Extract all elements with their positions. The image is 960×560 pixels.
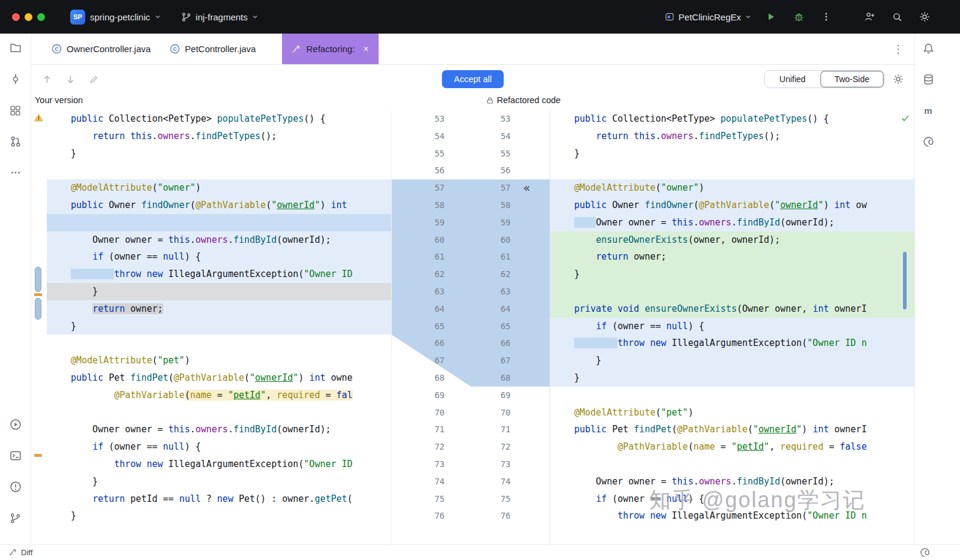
- code-line[interactable]: [550, 162, 914, 179]
- gutter-line: 5757«: [392, 179, 550, 197]
- minimize-window-button[interactable]: [25, 13, 32, 21]
- code-line[interactable]: return petId == null ? new Pet() : owner…: [47, 490, 391, 508]
- unified-view-button[interactable]: Unified: [765, 71, 820, 88]
- code-line[interactable]: return this.owners.findPetTypes();: [550, 128, 914, 145]
- code-line[interactable]: [47, 335, 391, 352]
- change-marker-bar[interactable]: [35, 267, 41, 292]
- code-line[interactable]: }: [550, 145, 914, 162]
- code-line[interactable]: public Collection<PetType> populatePetTy…: [550, 110, 914, 128]
- code-line[interactable]: Owner owner = this.owners.findById(owner…: [550, 473, 914, 490]
- close-tab-icon[interactable]: ×: [363, 44, 368, 54]
- edit-button[interactable]: [89, 74, 99, 85]
- code-line[interactable]: [550, 456, 914, 473]
- code-line[interactable]: ensureOwnerExists(owner, ownerId);: [550, 231, 914, 249]
- gutter-line: 7171: [392, 421, 550, 438]
- code-line[interactable]: return owner;: [47, 300, 391, 318]
- accept-all-button[interactable]: Accept all: [442, 70, 504, 88]
- problems-tool-button[interactable]: [8, 480, 23, 494]
- code-line[interactable]: @ModelAttribute("owner"): [550, 179, 914, 197]
- code-with-me-button[interactable]: [862, 9, 877, 25]
- code-line[interactable]: public Owner findOwner(@PathVariable("ow…: [550, 197, 914, 214]
- code-line[interactable]: return owner;: [550, 248, 914, 266]
- code-line[interactable]: private void ensureOwnerExists(Owner own…: [550, 300, 914, 318]
- two-side-view-button[interactable]: Two-Side: [820, 71, 884, 88]
- diff-body: public Collection<PetType> populatePetTy…: [31, 110, 914, 544]
- modified-marker-tick[interactable]: [34, 454, 42, 457]
- code-line[interactable]: @ModelAttribute("pet"): [47, 352, 391, 369]
- code-line[interactable]: Owner owner = this.owners.findById(owner…: [47, 231, 391, 249]
- code-line[interactable]: public Owner findOwner(@PathVariable("ow…: [47, 197, 391, 214]
- code-line[interactable]: [47, 214, 391, 231]
- ai-assistant-icon[interactable]: [920, 547, 930, 558]
- line-number: 63: [392, 283, 445, 300]
- code-line[interactable]: [550, 387, 914, 404]
- maven-tool-button[interactable]: m: [921, 103, 935, 118]
- pull-requests-tool-button[interactable]: [8, 134, 23, 149]
- terminal-tool-button[interactable]: [8, 448, 23, 463]
- change-marker-bar[interactable]: [903, 252, 907, 309]
- code-line[interactable]: throw new IllegalArgumentException("Owne…: [47, 266, 391, 283]
- code-line[interactable]: }: [47, 145, 391, 162]
- code-line[interactable]: if (owner == null) {: [47, 438, 391, 456]
- version-control-tool-button[interactable]: [8, 511, 23, 525]
- tab-refactoring[interactable]: Refactoring: ×: [282, 34, 378, 64]
- code-line[interactable]: public Collection<PetType> populatePetTy…: [47, 110, 391, 128]
- debug-button[interactable]: [791, 9, 806, 25]
- code-line[interactable]: }: [47, 283, 391, 300]
- code-line[interactable]: @ModelAttribute("pet"): [550, 404, 914, 421]
- gutter-line: 6969: [392, 387, 550, 404]
- run-configuration-selector[interactable]: PetClinicRegEx: [665, 12, 751, 22]
- code-line[interactable]: }: [47, 473, 391, 490]
- code-line[interactable]: @PathVariable(name = "petId", required =…: [550, 438, 914, 456]
- next-change-button[interactable]: [65, 74, 76, 85]
- code-line[interactable]: public Pet findPet(@PathVariable("ownerI…: [550, 421, 914, 438]
- project-tool-button[interactable]: [8, 41, 23, 55]
- code-line[interactable]: [47, 162, 391, 179]
- code-line[interactable]: }: [550, 369, 914, 387]
- code-line[interactable]: }: [47, 507, 391, 525]
- commit-tool-button[interactable]: [8, 72, 23, 86]
- notifications-tool-button[interactable]: [921, 41, 935, 55]
- code-line[interactable]: throw new IllegalArgumentException("Owne…: [47, 456, 391, 473]
- settings-button[interactable]: [917, 9, 932, 25]
- code-line[interactable]: }: [550, 352, 914, 369]
- apply-change-button[interactable]: «: [523, 179, 530, 197]
- code-line[interactable]: public Pet findPet(@PathVariable("ownerI…: [47, 369, 391, 387]
- more-tool-windows-button[interactable]: [8, 165, 23, 180]
- structure-tool-button[interactable]: [8, 103, 23, 118]
- line-number: 59: [392, 214, 445, 231]
- database-tool-button[interactable]: [921, 72, 935, 86]
- code-line[interactable]: [47, 404, 391, 421]
- code-line[interactable]: }: [47, 318, 391, 335]
- code-line[interactable]: Owner owner = this.owners.findById(owner…: [550, 214, 914, 231]
- code-line[interactable]: throw new IllegalArgumentException("Owne…: [550, 335, 914, 352]
- tab-pet-controller[interactable]: C PetController.java: [160, 34, 265, 64]
- run-button[interactable]: [763, 9, 779, 25]
- run-tool-button[interactable]: [8, 417, 23, 432]
- tab-owner-controller[interactable]: C OwnerController.java: [42, 34, 160, 64]
- modified-marker-tick[interactable]: [34, 293, 42, 296]
- code-line[interactable]: }: [550, 266, 914, 283]
- more-actions-button[interactable]: [818, 9, 834, 25]
- line-number: 59: [445, 214, 511, 231]
- code-line[interactable]: throw new IllegalArgumentException("Owne…: [550, 507, 914, 525]
- code-line[interactable]: [550, 283, 914, 300]
- code-line[interactable]: @ModelAttribute("owner"): [47, 179, 391, 197]
- tab-label: OwnerController.java: [67, 44, 151, 54]
- code-line[interactable]: return this.owners.findPetTypes();: [47, 128, 391, 145]
- code-line[interactable]: Owner owner = this.owners.findById(owner…: [47, 421, 391, 438]
- ai-assistant-tool-button[interactable]: [921, 134, 935, 149]
- tab-options-button[interactable]: ⋮: [890, 41, 906, 57]
- close-window-button[interactable]: [12, 13, 20, 21]
- diff-settings-button[interactable]: [893, 74, 904, 85]
- code-line[interactable]: if (owner == null) {: [550, 490, 914, 508]
- previous-change-button[interactable]: [42, 74, 52, 85]
- branch-selector[interactable]: inj-fragments: [181, 12, 258, 22]
- code-line[interactable]: @PathVariable(name = "petId", required =…: [47, 387, 391, 404]
- search-everywhere-button[interactable]: [889, 9, 905, 25]
- code-line[interactable]: if (owner == null) {: [47, 248, 391, 266]
- project-selector[interactable]: SP spring-petclinic: [70, 10, 161, 25]
- code-line[interactable]: if (owner == null) {: [550, 318, 914, 335]
- change-marker-bar[interactable]: [35, 298, 41, 320]
- zoom-window-button[interactable]: [37, 13, 45, 21]
